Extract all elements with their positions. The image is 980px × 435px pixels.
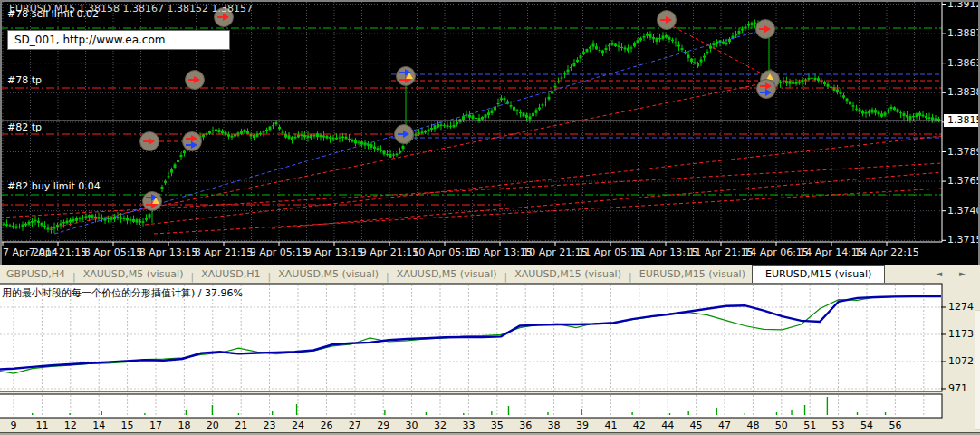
- tester-trade-label: 26: [320, 420, 332, 431]
- time-axis-label: 8 Apr 21:15: [195, 246, 254, 258]
- chart-tab[interactable]: XAUUSD,M5 (visual): [390, 266, 504, 283]
- trade-marker[interactable]: [658, 11, 677, 30]
- time-axis-label: 7 Apr 21:15: [29, 246, 88, 258]
- tab-scroll-arrows[interactable]: ◄ ►: [936, 269, 973, 278]
- price-axis-label: 1.38385: [947, 86, 980, 98]
- tester-trade-label: 14: [92, 420, 105, 431]
- tester-trade-label: 20: [207, 420, 219, 431]
- time-axis-label: 9 Apr 13:15: [305, 246, 364, 258]
- vertical-scrollbar[interactable]: [975, 310, 980, 430]
- trade-marker[interactable]: [183, 132, 202, 151]
- price-chart-canvas[interactable]: EURUSD,M15 1.38158 1.38167 1.38152 1.381…: [0, 0, 980, 266]
- tester-trade-label: 53: [832, 420, 845, 431]
- tester-trade-label: 29: [377, 420, 389, 431]
- tester-value-label: 1274: [948, 301, 974, 313]
- tester-trade-label: 45: [690, 420, 703, 431]
- tester-trade-label: 27: [349, 420, 361, 431]
- trade-marker[interactable]: [757, 80, 776, 99]
- tester-value-label: 1072: [948, 355, 974, 367]
- trade-marker[interactable]: [397, 67, 416, 86]
- tester-trade-label: 17: [149, 420, 162, 431]
- tester-trade-label: 48: [746, 420, 759, 431]
- trade-marker[interactable]: [395, 125, 414, 144]
- price-axis-label: 1.37405: [947, 205, 980, 217]
- tester-trade-label: 39: [576, 420, 589, 431]
- tester-trade-label: 51: [803, 420, 816, 431]
- chart-tab[interactable]: XAUUSD,M15 (visual): [508, 266, 628, 283]
- chart-tab-bar: GBPUSD,H4|XAUUSD,M5 (visual)|XAUUSD,H1|X…: [0, 265, 980, 284]
- tester-value-label: 971: [948, 382, 967, 394]
- tester-trade-label: 36: [519, 420, 532, 431]
- price-axis-label: 1.37650: [947, 175, 980, 187]
- tester-trade-label: 56: [889, 420, 901, 431]
- order-label-78-tp: #78 tp: [7, 74, 42, 86]
- tester-value-label: 1173: [948, 328, 974, 340]
- tester-trade-label: 44: [661, 420, 674, 431]
- window-border-top: [0, 0, 980, 2]
- mt4-terminal-window: EURUSD,M15 1.38158 1.38167 1.38152 1.381…: [0, 0, 980, 435]
- tester-trade-label: 50: [775, 420, 788, 431]
- time-axis-label: 8 Apr 13:15: [139, 246, 198, 258]
- tester-trade-label: 42: [633, 420, 646, 431]
- time-axis-label: 9 Apr 21:15: [360, 246, 419, 258]
- price-axis-label: 1.38875: [947, 27, 980, 39]
- order-label-buy-limit: #82 buy limit 0.04: [7, 180, 101, 192]
- tester-trade-label: 18: [178, 420, 190, 431]
- tester-trade-label: 15: [121, 420, 134, 431]
- trade-marker[interactable]: [756, 20, 775, 39]
- chart-tab[interactable]: XAUUSD,M5 (visual): [272, 266, 385, 283]
- chart-tab[interactable]: XAUUSD,M5 (visual): [77, 266, 190, 283]
- trade-marker[interactable]: [143, 192, 162, 211]
- chart-tab[interactable]: EURUSD,M15 (visual): [633, 266, 752, 283]
- tester-trade-label: 30: [406, 420, 418, 431]
- price-axis-label: 1.37155: [947, 234, 980, 246]
- price-axis-label: 1.38630: [947, 57, 980, 69]
- tester-trade-label: 23: [264, 420, 276, 431]
- trade-marker[interactable]: [140, 132, 159, 151]
- order-label-sell-limit: #78 sell limit 0.02: [7, 8, 99, 20]
- price-axis-label: 1.37895: [947, 146, 980, 158]
- ea-info-box: SD_001, http://www.ea.com: [7, 30, 230, 50]
- tester-trade-label: 24: [292, 420, 304, 431]
- tester-graph-panel[interactable]: 用的最小时段的每一个价位的分形插值计算) / 37.96% 1274117310…: [0, 283, 980, 435]
- tester-trade-label: 38: [548, 420, 561, 431]
- tester-trade-label: 21: [235, 420, 247, 431]
- tester-model-annotation: 用的最小时段的每一个价位的分形插值计算) / 37.96%: [2, 286, 243, 300]
- tester-trade-label: 11: [35, 420, 48, 431]
- tester-graph-svg: [0, 283, 980, 435]
- order-label-82-tp: #82 tp: [7, 121, 42, 133]
- time-axis-label: 9 Apr 05:15: [250, 246, 309, 258]
- time-axis-label: 8 Apr 05:15: [84, 246, 143, 258]
- trade-marker[interactable]: [186, 71, 205, 90]
- tester-trade-label: 33: [462, 420, 475, 431]
- tester-trade-label: 9: [11, 420, 17, 431]
- tester-trade-label: 54: [860, 420, 873, 431]
- tester-trade-label: 35: [491, 420, 504, 431]
- chart-tab[interactable]: XAUUSD,H1: [195, 266, 266, 283]
- tester-trade-label: 12: [64, 420, 77, 431]
- tester-trade-label: 41: [604, 420, 617, 431]
- time-axis-label: 14 Apr 22:15: [854, 246, 919, 258]
- tester-trade-label: 47: [718, 420, 731, 431]
- window-border-left: [0, 0, 2, 266]
- tester-trade-label: 32: [434, 420, 447, 431]
- chart-tab-active[interactable]: EURUSD,M15 (visual): [752, 265, 885, 284]
- chart-tab[interactable]: GBPUSD,H4: [0, 266, 72, 283]
- current-price-badge: 1.38157: [944, 114, 980, 127]
